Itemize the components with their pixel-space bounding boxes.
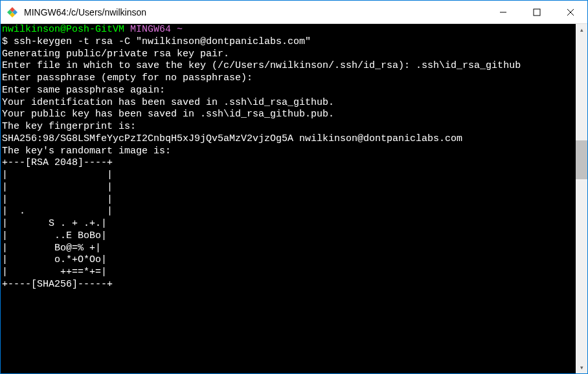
terminal-line: Enter passphrase (empty for no passphras… (2, 72, 253, 83)
scrollbar-thumb[interactable] (576, 140, 587, 179)
randomart-line: | ++==*+=| (2, 267, 107, 278)
terminal-line: SHA256:98/SG8LSMfeYycPzI2CnbqH5xJ9jQv5aM… (2, 133, 462, 144)
terminal-wrapper: nwilkinson@Posh-GitVM MINGW64 ~ $ ssh-ke… (1, 24, 587, 373)
prompt-userhost: nwilkinson@Posh-GitVM (2, 24, 124, 35)
randomart-line: | | (2, 182, 113, 193)
randomart-line: +----[SHA256]-----+ (2, 279, 113, 290)
randomart-line: | o.*+O*Oo| (2, 254, 107, 265)
scrollbar[interactable]: ▴ ▾ (576, 24, 587, 373)
maximize-button[interactable] (520, 1, 554, 24)
window-titlebar: MINGW64:/c/Users/nwilkinson (1, 1, 587, 24)
terminal-line: Enter file in which to save the key (/c/… (2, 60, 521, 71)
window-controls (486, 1, 587, 24)
prompt-path: ~ (177, 24, 183, 35)
randomart-line: | Bo@=% +| (2, 243, 101, 254)
prompt-shell: MINGW64 (130, 24, 171, 35)
randomart-line: | ..E BoBo| (2, 230, 107, 241)
terminal[interactable]: nwilkinson@Posh-GitVM MINGW64 ~ $ ssh-ke… (1, 24, 576, 373)
app-icon (6, 6, 19, 19)
terminal-line: $ ssh-keygen -t rsa -C "nwilkinson@dontp… (2, 36, 311, 47)
terminal-line: The key fingerprint is: (2, 121, 136, 132)
terminal-line: Generating public/private rsa key pair. (2, 49, 229, 60)
randomart-line: | . | (2, 206, 113, 217)
terminal-line: Enter same passphrase again: (2, 85, 165, 96)
scroll-down-arrow[interactable]: ▾ (576, 362, 587, 373)
scroll-up-arrow[interactable]: ▴ (576, 24, 587, 36)
window-title: MINGW64:/c/Users/nwilkinson (24, 7, 486, 17)
randomart-line: +---[RSA 2048]----+ (2, 157, 113, 168)
randomart-line: | S . + .+.| (2, 218, 107, 229)
svg-rect-5 (534, 9, 540, 16)
minimize-button[interactable] (486, 1, 520, 24)
close-button[interactable] (554, 1, 587, 24)
randomart-line: | | (2, 194, 113, 205)
randomart-line: | | (2, 170, 113, 181)
terminal-line: The key's randomart image is: (2, 146, 171, 157)
terminal-line: Your public key has been saved in .ssh\i… (2, 109, 334, 120)
terminal-line: Your identification has been saved in .s… (2, 97, 334, 108)
